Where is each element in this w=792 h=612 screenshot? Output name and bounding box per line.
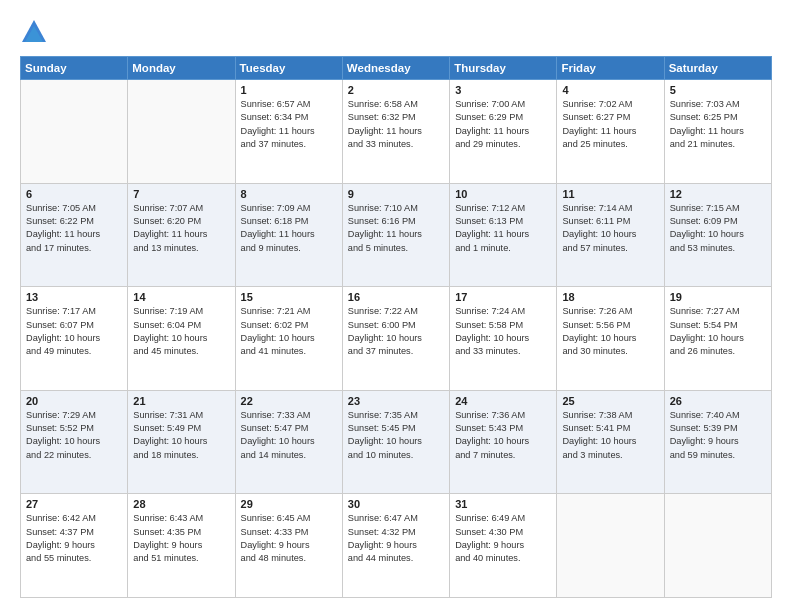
day-number: 14 — [133, 291, 229, 303]
day-number: 10 — [455, 188, 551, 200]
day-number: 28 — [133, 498, 229, 510]
day-info: Sunrise: 7:12 AM Sunset: 6:13 PM Dayligh… — [455, 202, 551, 255]
header — [20, 18, 772, 46]
day-number: 20 — [26, 395, 122, 407]
calendar-week-3: 13Sunrise: 7:17 AM Sunset: 6:07 PM Dayli… — [21, 287, 772, 391]
day-info: Sunrise: 7:33 AM Sunset: 5:47 PM Dayligh… — [241, 409, 337, 462]
day-info: Sunrise: 7:21 AM Sunset: 6:02 PM Dayligh… — [241, 305, 337, 358]
day-number: 23 — [348, 395, 444, 407]
day-info: Sunrise: 7:10 AM Sunset: 6:16 PM Dayligh… — [348, 202, 444, 255]
day-info: Sunrise: 7:14 AM Sunset: 6:11 PM Dayligh… — [562, 202, 658, 255]
calendar-week-2: 6Sunrise: 7:05 AM Sunset: 6:22 PM Daylig… — [21, 183, 772, 287]
calendar-cell: 29Sunrise: 6:45 AM Sunset: 4:33 PM Dayli… — [235, 494, 342, 598]
weekday-header-sunday: Sunday — [21, 57, 128, 80]
calendar-week-1: 1Sunrise: 6:57 AM Sunset: 6:34 PM Daylig… — [21, 80, 772, 184]
day-number: 16 — [348, 291, 444, 303]
day-number: 26 — [670, 395, 766, 407]
day-number: 8 — [241, 188, 337, 200]
calendar-cell: 18Sunrise: 7:26 AM Sunset: 5:56 PM Dayli… — [557, 287, 664, 391]
calendar-cell: 31Sunrise: 6:49 AM Sunset: 4:30 PM Dayli… — [450, 494, 557, 598]
calendar-cell: 19Sunrise: 7:27 AM Sunset: 5:54 PM Dayli… — [664, 287, 771, 391]
day-info: Sunrise: 7:15 AM Sunset: 6:09 PM Dayligh… — [670, 202, 766, 255]
day-info: Sunrise: 6:45 AM Sunset: 4:33 PM Dayligh… — [241, 512, 337, 565]
calendar-week-4: 20Sunrise: 7:29 AM Sunset: 5:52 PM Dayli… — [21, 390, 772, 494]
calendar-cell: 11Sunrise: 7:14 AM Sunset: 6:11 PM Dayli… — [557, 183, 664, 287]
day-number: 27 — [26, 498, 122, 510]
day-number: 25 — [562, 395, 658, 407]
day-info: Sunrise: 7:24 AM Sunset: 5:58 PM Dayligh… — [455, 305, 551, 358]
day-number: 13 — [26, 291, 122, 303]
weekday-header-monday: Monday — [128, 57, 235, 80]
day-number: 31 — [455, 498, 551, 510]
day-number: 1 — [241, 84, 337, 96]
day-info: Sunrise: 7:36 AM Sunset: 5:43 PM Dayligh… — [455, 409, 551, 462]
calendar-cell: 10Sunrise: 7:12 AM Sunset: 6:13 PM Dayli… — [450, 183, 557, 287]
day-info: Sunrise: 7:35 AM Sunset: 5:45 PM Dayligh… — [348, 409, 444, 462]
calendar-cell: 13Sunrise: 7:17 AM Sunset: 6:07 PM Dayli… — [21, 287, 128, 391]
day-info: Sunrise: 7:02 AM Sunset: 6:27 PM Dayligh… — [562, 98, 658, 151]
day-info: Sunrise: 6:43 AM Sunset: 4:35 PM Dayligh… — [133, 512, 229, 565]
calendar-cell: 16Sunrise: 7:22 AM Sunset: 6:00 PM Dayli… — [342, 287, 449, 391]
day-number: 11 — [562, 188, 658, 200]
day-info: Sunrise: 7:26 AM Sunset: 5:56 PM Dayligh… — [562, 305, 658, 358]
weekday-header-thursday: Thursday — [450, 57, 557, 80]
calendar-cell: 6Sunrise: 7:05 AM Sunset: 6:22 PM Daylig… — [21, 183, 128, 287]
logo-icon — [20, 18, 48, 46]
calendar-cell: 27Sunrise: 6:42 AM Sunset: 4:37 PM Dayli… — [21, 494, 128, 598]
day-number: 24 — [455, 395, 551, 407]
calendar-cell: 30Sunrise: 6:47 AM Sunset: 4:32 PM Dayli… — [342, 494, 449, 598]
calendar-cell: 4Sunrise: 7:02 AM Sunset: 6:27 PM Daylig… — [557, 80, 664, 184]
day-info: Sunrise: 7:03 AM Sunset: 6:25 PM Dayligh… — [670, 98, 766, 151]
calendar-cell: 9Sunrise: 7:10 AM Sunset: 6:16 PM Daylig… — [342, 183, 449, 287]
day-info: Sunrise: 7:22 AM Sunset: 6:00 PM Dayligh… — [348, 305, 444, 358]
day-info: Sunrise: 6:42 AM Sunset: 4:37 PM Dayligh… — [26, 512, 122, 565]
day-number: 3 — [455, 84, 551, 96]
day-number: 9 — [348, 188, 444, 200]
calendar-cell — [557, 494, 664, 598]
calendar-cell: 12Sunrise: 7:15 AM Sunset: 6:09 PM Dayli… — [664, 183, 771, 287]
day-info: Sunrise: 6:58 AM Sunset: 6:32 PM Dayligh… — [348, 98, 444, 151]
day-number: 29 — [241, 498, 337, 510]
calendar-cell: 28Sunrise: 6:43 AM Sunset: 4:35 PM Dayli… — [128, 494, 235, 598]
day-number: 4 — [562, 84, 658, 96]
calendar-cell — [128, 80, 235, 184]
calendar-cell: 5Sunrise: 7:03 AM Sunset: 6:25 PM Daylig… — [664, 80, 771, 184]
day-number: 18 — [562, 291, 658, 303]
calendar-table: SundayMondayTuesdayWednesdayThursdayFrid… — [20, 56, 772, 598]
calendar-cell: 17Sunrise: 7:24 AM Sunset: 5:58 PM Dayli… — [450, 287, 557, 391]
day-info: Sunrise: 7:29 AM Sunset: 5:52 PM Dayligh… — [26, 409, 122, 462]
weekday-header-saturday: Saturday — [664, 57, 771, 80]
calendar-cell: 8Sunrise: 7:09 AM Sunset: 6:18 PM Daylig… — [235, 183, 342, 287]
weekday-header-friday: Friday — [557, 57, 664, 80]
day-info: Sunrise: 6:47 AM Sunset: 4:32 PM Dayligh… — [348, 512, 444, 565]
calendar-cell: 22Sunrise: 7:33 AM Sunset: 5:47 PM Dayli… — [235, 390, 342, 494]
day-number: 15 — [241, 291, 337, 303]
day-info: Sunrise: 7:27 AM Sunset: 5:54 PM Dayligh… — [670, 305, 766, 358]
calendar-cell: 26Sunrise: 7:40 AM Sunset: 5:39 PM Dayli… — [664, 390, 771, 494]
calendar-cell: 1Sunrise: 6:57 AM Sunset: 6:34 PM Daylig… — [235, 80, 342, 184]
day-info: Sunrise: 7:19 AM Sunset: 6:04 PM Dayligh… — [133, 305, 229, 358]
calendar-cell: 14Sunrise: 7:19 AM Sunset: 6:04 PM Dayli… — [128, 287, 235, 391]
day-number: 17 — [455, 291, 551, 303]
weekday-header-tuesday: Tuesday — [235, 57, 342, 80]
day-number: 19 — [670, 291, 766, 303]
day-info: Sunrise: 7:00 AM Sunset: 6:29 PM Dayligh… — [455, 98, 551, 151]
calendar-cell — [664, 494, 771, 598]
day-number: 21 — [133, 395, 229, 407]
logo — [20, 18, 54, 46]
day-info: Sunrise: 6:49 AM Sunset: 4:30 PM Dayligh… — [455, 512, 551, 565]
calendar-cell: 20Sunrise: 7:29 AM Sunset: 5:52 PM Dayli… — [21, 390, 128, 494]
calendar-cell: 15Sunrise: 7:21 AM Sunset: 6:02 PM Dayli… — [235, 287, 342, 391]
day-info: Sunrise: 7:07 AM Sunset: 6:20 PM Dayligh… — [133, 202, 229, 255]
day-number: 22 — [241, 395, 337, 407]
day-number: 2 — [348, 84, 444, 96]
day-info: Sunrise: 7:31 AM Sunset: 5:49 PM Dayligh… — [133, 409, 229, 462]
calendar-cell: 3Sunrise: 7:00 AM Sunset: 6:29 PM Daylig… — [450, 80, 557, 184]
day-info: Sunrise: 6:57 AM Sunset: 6:34 PM Dayligh… — [241, 98, 337, 151]
weekday-header-wednesday: Wednesday — [342, 57, 449, 80]
calendar-cell: 24Sunrise: 7:36 AM Sunset: 5:43 PM Dayli… — [450, 390, 557, 494]
day-number: 30 — [348, 498, 444, 510]
day-info: Sunrise: 7:38 AM Sunset: 5:41 PM Dayligh… — [562, 409, 658, 462]
day-info: Sunrise: 7:40 AM Sunset: 5:39 PM Dayligh… — [670, 409, 766, 462]
calendar-header-row: SundayMondayTuesdayWednesdayThursdayFrid… — [21, 57, 772, 80]
